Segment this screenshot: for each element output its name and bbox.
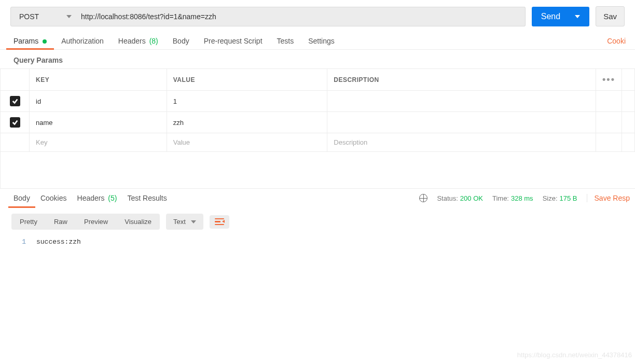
cell-pad [596, 112, 622, 133]
save-button[interactable]: Sav [596, 6, 625, 26]
col-check [1, 69, 30, 91]
query-params-heading: Query Params [0, 50, 635, 68]
language-dropdown[interactable]: Text [166, 214, 203, 230]
size-info: Size:175 B [543, 194, 577, 202]
cell-pad [596, 133, 622, 152]
cell-value[interactable]: 1 [167, 91, 327, 112]
tab-label: Headers [118, 37, 146, 45]
wrap-button[interactable] [210, 215, 229, 229]
resp-tab-headers[interactable]: Headers (5) [72, 189, 122, 207]
status-value: 200 OK [460, 194, 483, 202]
tab-prerequest[interactable]: Pre-request Script [197, 33, 270, 49]
checkbox-checked-icon [10, 96, 20, 106]
request-tabs: Params Authorization Headers (8) Body Pr… [0, 33, 635, 50]
row-check[interactable] [1, 91, 30, 112]
save-response-button[interactable]: Save Resp [587, 194, 630, 202]
tab-headers[interactable]: Headers (8) [111, 33, 165, 49]
size-value: 175 B [560, 194, 577, 202]
header-count: (5) [108, 194, 117, 202]
response-tabs: Body Cookies Headers (5) Test Results St… [0, 188, 635, 207]
response-meta: Status:200 OK Time:328 ms Size:175 B Sav… [419, 194, 633, 202]
tab-body[interactable]: Body [165, 33, 197, 49]
col-description: DESCRIPTION [327, 69, 596, 91]
table-row: name zzh [1, 112, 635, 133]
method-label: POST [19, 12, 39, 21]
url-input[interactable]: http://localhost:8086/test?id=1&name=zzh [74, 7, 526, 26]
chevron-down-icon[interactable] [575, 15, 580, 18]
cell-pad [596, 91, 622, 112]
format-group: Pretty Raw Preview Visualize [11, 214, 160, 230]
chevron-down-icon [191, 220, 196, 223]
cell-desc[interactable] [327, 112, 596, 133]
send-button[interactable]: Send [532, 7, 589, 26]
table-row: id 1 [1, 91, 635, 112]
tab-authorization[interactable]: Authorization [54, 33, 111, 49]
method-url-group: POST http://localhost:8086/test?id=1&nam… [10, 7, 526, 26]
request-row: POST http://localhost:8086/test?id=1&nam… [0, 0, 635, 33]
time-label: Time: [492, 194, 509, 202]
response-text: success:zzh [36, 238, 81, 246]
query-params-table: KEY VALUE DESCRIPTION ••• id 1 name zzh … [0, 68, 635, 152]
method-dropdown[interactable]: POST [10, 7, 80, 26]
fmt-visualize[interactable]: Visualize [116, 214, 160, 230]
fmt-raw[interactable]: Raw [46, 214, 76, 230]
row-check-empty [1, 133, 30, 152]
resp-tab-testresults[interactable]: Test Results [122, 189, 172, 207]
cell-key[interactable]: name [30, 112, 167, 133]
time-info: Time:328 ms [492, 194, 533, 202]
time-value: 328 ms [511, 194, 533, 202]
tab-label: Headers [77, 194, 105, 202]
response-format-row: Pretty Raw Preview Visualize Text [0, 207, 635, 236]
resp-tab-body[interactable]: Body [8, 189, 35, 207]
cookies-link[interactable]: Cooki [604, 33, 629, 49]
header-count: (8) [149, 37, 158, 45]
fmt-preview[interactable]: Preview [76, 214, 116, 230]
line-number: 1 [10, 238, 26, 246]
col-value: VALUE [167, 69, 327, 91]
chevron-down-icon [66, 15, 72, 18]
cell-desc[interactable] [327, 91, 596, 112]
cell-desc-placeholder[interactable]: Description [327, 133, 596, 152]
tab-label: Params [13, 37, 38, 45]
cell-value[interactable]: zzh [167, 112, 327, 133]
col-pad [622, 69, 635, 91]
status-info: Status:200 OK [437, 194, 483, 202]
cell-pad [622, 112, 635, 133]
more-icon: ••• [602, 74, 615, 85]
resp-tab-cookies[interactable]: Cookies [35, 189, 72, 207]
response-body[interactable]: 1success:zzh [0, 236, 635, 267]
cell-pad [622, 133, 635, 152]
gap [0, 152, 635, 188]
tab-tests[interactable]: Tests [270, 33, 301, 49]
cell-pad [622, 91, 635, 112]
col-key: KEY [30, 69, 167, 91]
language-label: Text [173, 218, 186, 226]
status-label: Status: [437, 194, 458, 202]
table-row-new: Key Value Description [1, 133, 635, 152]
cell-value-placeholder[interactable]: Value [167, 133, 327, 152]
status-dot-icon [43, 39, 47, 44]
tab-params[interactable]: Params [6, 33, 54, 49]
checkbox-checked-icon [10, 117, 20, 128]
cell-key-placeholder[interactable]: Key [30, 133, 167, 152]
col-more[interactable]: ••• [596, 69, 622, 91]
fmt-pretty[interactable]: Pretty [11, 214, 46, 230]
wrap-icon [215, 218, 224, 226]
tab-settings[interactable]: Settings [301, 33, 342, 49]
cell-key[interactable]: id [30, 91, 167, 112]
send-label: Send [541, 12, 560, 21]
size-label: Size: [543, 194, 558, 202]
row-check[interactable] [1, 112, 30, 133]
globe-icon[interactable] [419, 194, 427, 202]
